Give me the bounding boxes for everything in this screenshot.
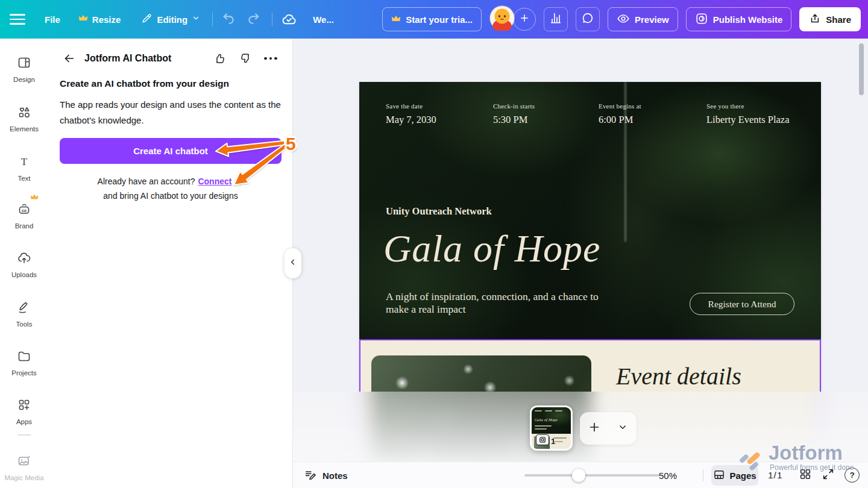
sidebar-item-apps[interactable]: Apps <box>0 398 48 425</box>
svg-text:T: T <box>21 156 28 167</box>
redo-button[interactable] <box>246 11 261 28</box>
add-page-button[interactable] <box>580 412 608 445</box>
main-menu-icon[interactable] <box>10 14 25 25</box>
sidebar-item-magic-media[interactable]: Magic Media <box>0 454 48 481</box>
bottombar-divider <box>703 469 703 481</box>
rail-divider <box>17 434 31 436</box>
eye-icon <box>617 12 630 27</box>
upload-cloud-icon <box>17 251 31 267</box>
thumbs-down-icon[interactable] <box>236 51 254 66</box>
comment-bubble-icon <box>581 11 594 27</box>
resize-menu[interactable]: Resize <box>78 14 121 25</box>
panel-description: The app reads your design and uses the c… <box>60 97 283 128</box>
hero-section[interactable]: Save the date May 7, 2030 Check-in start… <box>359 82 821 339</box>
sidebar-item-text[interactable]: T Text <box>0 154 48 182</box>
event-title[interactable]: Gala of Hope <box>383 227 600 271</box>
insights-button[interactable] <box>544 7 568 31</box>
zoom-slider[interactable] <box>524 474 660 477</box>
zoom-slider-thumb[interactable] <box>572 469 585 482</box>
more-options-icon[interactable] <box>262 51 280 66</box>
document-title[interactable]: We... <box>313 14 334 25</box>
info-column[interactable]: Save the date May 7, 2030 <box>386 102 436 126</box>
canva-editor: File Resize Editing We... <box>0 0 868 488</box>
publish-website-button[interactable]: Publish Website <box>686 7 792 31</box>
chevron-left-icon <box>289 258 297 269</box>
publish-icon <box>695 12 708 27</box>
notes-button[interactable]: Notes <box>304 462 348 488</box>
text-icon: T <box>17 154 31 171</box>
connect-link[interactable]: Connect <box>198 177 231 186</box>
start-trial-button[interactable]: Start your tria... <box>382 7 482 31</box>
undo-button[interactable] <box>221 11 236 28</box>
share-button[interactable]: Share <box>799 7 861 31</box>
pen-tool-icon <box>17 300 31 317</box>
folder-icon <box>17 349 31 366</box>
top-toolbar: File Resize Editing We... <box>0 0 868 39</box>
panel-collapse-button[interactable] <box>285 248 301 278</box>
organization-name[interactable]: Unity Outreach Network <box>386 205 492 217</box>
toolbar-divider <box>272 13 272 26</box>
zoom-level[interactable]: 50% <box>659 462 677 488</box>
apps-icon <box>17 398 31 414</box>
add-member-button[interactable] <box>513 8 536 31</box>
plus-icon <box>588 421 601 436</box>
pencil-icon <box>141 13 153 27</box>
event-tagline[interactable]: A night of inspiration, connection, and … <box>386 290 621 316</box>
avatar[interactable] <box>489 5 515 33</box>
toolbar-left: File Resize Editing We... <box>10 11 334 28</box>
canvas-scrollbar[interactable] <box>859 43 864 95</box>
elements-icon <box>17 105 31 122</box>
section-heading[interactable]: Event details <box>616 362 741 390</box>
info-column[interactable]: See you there Liberty Events Plaza <box>706 102 789 126</box>
info-column[interactable]: Event begins at 6:00 PM <box>599 102 641 126</box>
preview-button[interactable]: Preview <box>608 7 678 31</box>
design-icon <box>17 55 31 72</box>
chevron-down-icon <box>617 422 628 435</box>
account-prompt: Already have an account? <box>98 177 195 186</box>
sidebar-item-design[interactable]: Design <box>0 55 48 83</box>
sidebar-item-uploads[interactable]: Uploads <box>0 251 48 278</box>
panel-header: Jotform AI Chatbot <box>63 51 280 66</box>
chevron-down-icon <box>192 14 200 25</box>
toolbar-divider <box>212 13 213 26</box>
page-controls <box>580 412 637 445</box>
sidebar-item-projects[interactable]: Projects <box>0 349 48 377</box>
crown-icon <box>391 14 401 25</box>
magic-media-icon <box>17 454 31 471</box>
pages-icon <box>713 469 725 483</box>
connect-row: Already have an account? Connect <box>48 177 293 186</box>
page-thumb-number: 1 <box>551 437 555 446</box>
jotform-app-panel: Jotform AI Chatbot Create an AI chatbot … <box>48 39 293 488</box>
svg-text:co: co <box>22 208 27 213</box>
editing-mode-menu[interactable]: Editing <box>141 13 200 27</box>
create-ai-chatbot-button[interactable]: Create AI chatbot <box>60 138 281 164</box>
notes-icon <box>304 468 317 483</box>
help-button[interactable]: ? <box>844 468 860 483</box>
pages-toggle-button[interactable]: Pages <box>711 465 758 486</box>
grid-icon <box>799 468 812 483</box>
external-link-icon[interactable] <box>234 177 244 186</box>
bottom-status-bar: Notes 50% Pages 1/1 ? <box>293 461 868 488</box>
sidebar-item-brand[interactable]: co Brand <box>0 202 48 230</box>
bar-chart-icon <box>549 11 562 27</box>
cloud-save-status-icon <box>281 11 297 28</box>
thumbnail-preview: Gala of Hope <box>532 407 571 434</box>
sidebar-item-tools[interactable]: Tools <box>0 300 48 328</box>
fullscreen-button[interactable] <box>822 462 835 488</box>
panel-title: Jotform AI Chatbot <box>84 53 171 64</box>
page-strip-overlay: Gala of Hope 1 <box>293 392 868 461</box>
page-options-button[interactable] <box>608 412 637 445</box>
account-cluster <box>489 5 536 33</box>
connect-subtext: and bring AI chatbot to your designs <box>48 191 293 201</box>
comments-button[interactable] <box>576 7 600 31</box>
info-column[interactable]: Check-in starts 5:30 PM <box>493 102 535 126</box>
file-menu[interactable]: File <box>45 14 60 25</box>
grid-view-button[interactable] <box>799 462 812 488</box>
sidebar-item-elements[interactable]: Elements <box>0 105 48 133</box>
thumbs-up-icon[interactable] <box>211 51 229 66</box>
back-arrow-icon[interactable] <box>63 51 76 66</box>
register-button[interactable]: Register to Attend <box>690 293 794 315</box>
undo-icon <box>221 11 236 28</box>
page-thumbnail[interactable]: Gala of Hope 1 <box>530 405 573 451</box>
crown-icon <box>78 14 88 25</box>
